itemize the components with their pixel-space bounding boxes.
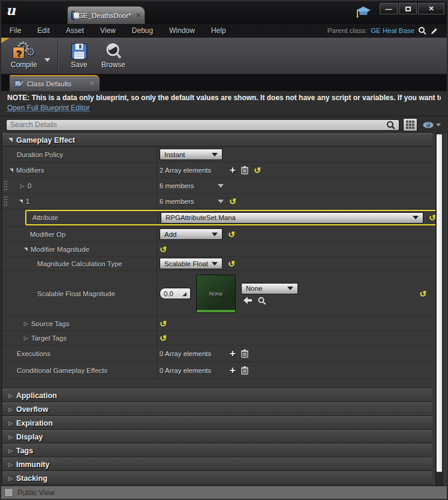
minimize-button[interactable]: — — [380, 3, 398, 14]
category-expiration[interactable]: ▷ Expiration — [2, 416, 432, 430]
blueprint-doc-icon — [71, 11, 75, 20]
menu-view[interactable]: View — [100, 26, 116, 35]
parent-class-search-icon[interactable] — [418, 26, 426, 35]
magnitude-calculation-type-dropdown[interactable]: Scalable Float — [160, 258, 223, 269]
element-0-members: 6 members — [160, 182, 212, 189]
browse-button[interactable]: Browse — [95, 40, 131, 71]
duration-policy-dropdown[interactable]: Instant — [160, 149, 223, 160]
maximize-button[interactable] — [399, 3, 417, 14]
curve-table-dropdown[interactable]: None — [241, 283, 298, 294]
save-button[interactable]: Save — [63, 40, 95, 71]
reset-to-default-icon[interactable]: ↺ — [228, 231, 235, 238]
add-element-icon[interactable]: + — [230, 350, 236, 358]
collapsed-arrow-icon: ▷ — [8, 420, 13, 426]
details-scrollbar[interactable] — [435, 133, 443, 486]
menu-bar: File Edit Asset View Debug Window Help P… — [1, 24, 447, 37]
menu-debug[interactable]: Debug — [132, 26, 153, 35]
reset-to-default-icon[interactable]: ↺ — [228, 260, 235, 267]
modifier-magnitude-label: Modifier Magnitude — [31, 246, 89, 253]
parent-class-wrench-icon[interactable] — [430, 26, 438, 35]
reset-to-default-icon[interactable]: ↺ — [160, 320, 167, 327]
menu-edit[interactable]: Edit — [37, 26, 50, 35]
parent-class-link[interactable]: GE Heal Base — [371, 27, 414, 34]
expanded-arrow-icon[interactable] — [24, 248, 28, 251]
toolbar-accent-wedge — [1, 38, 10, 43]
category-overflow[interactable]: ▷ Overflow — [2, 402, 432, 416]
row-scalable-float-magnitude: Scalable Float Magnitude 0.0 ◢ None None — [2, 271, 432, 317]
element-0-label: 0 — [28, 182, 31, 189]
element-1-label: 1 — [26, 198, 29, 205]
row-array-element-0: ▷ 0 6 members — [2, 178, 432, 194]
note-text: NOTE: This is a data only blueprint, so … — [7, 94, 441, 102]
category-tags[interactable]: ▷ Tags — [2, 444, 432, 457]
floppy-disk-icon — [69, 42, 89, 61]
category-display[interactable]: ▷ Display — [2, 430, 432, 444]
add-element-icon[interactable]: + — [230, 366, 236, 375]
expanded-arrow-icon[interactable] — [19, 200, 23, 203]
collapsed-arrow-icon: ▷ — [8, 448, 13, 454]
row-attribute-highlighted: Attribute RPGAttributeSet.Mana ↺ — [2, 209, 432, 227]
compile-button[interactable]: ⚙⚙ ? Compile — [5, 40, 43, 71]
scalable-float-value-input[interactable]: 0.0 ◢ — [160, 288, 191, 299]
duration-policy-label: Duration Policy — [17, 151, 63, 158]
reset-to-default-icon[interactable]: ↺ — [419, 290, 426, 297]
collapsed-arrow-icon[interactable]: ▷ — [20, 183, 25, 189]
asset-tab[interactable]: GE_DeathsDoor* ✕ — [67, 6, 145, 24]
class-defaults-tab[interactable]: Class Defaults ✕ — [10, 75, 100, 91]
menu-window[interactable]: Window — [169, 26, 195, 35]
curve-table-thumbnail[interactable]: None — [196, 275, 236, 313]
title-bar: u GE_DeathsDoor* ✕ — ✕ — [1, 1, 447, 24]
clear-array-trash-icon[interactable] — [241, 166, 248, 174]
class-defaults-tab-close-icon[interactable]: ✕ — [89, 80, 95, 88]
dropdown-caret-icon — [413, 216, 419, 219]
collapsed-arrow-icon[interactable]: ▷ — [24, 335, 28, 341]
category-application[interactable]: ▷ Application — [2, 388, 432, 402]
modifier-op-dropdown[interactable]: Add — [160, 228, 223, 240]
conditional-count: 0 Array elements — [160, 367, 224, 374]
drag-handle[interactable] — [4, 180, 8, 191]
row-executions: Executions 0 Array elements + — [2, 345, 432, 362]
expanded-arrow-icon[interactable] — [10, 168, 13, 172]
add-element-icon[interactable]: + — [230, 166, 236, 174]
members-caret-icon[interactable] — [218, 200, 224, 203]
open-full-blueprint-editor-link[interactable]: Open Full Blueprint Editor — [7, 104, 89, 112]
modifier-op-label: Modifier Op — [30, 231, 65, 238]
class-defaults-tab-label: Class Defaults — [27, 80, 86, 88]
view-options-button[interactable] — [421, 121, 442, 129]
attribute-dropdown[interactable]: RPGAttributeSet.Mana — [161, 212, 423, 224]
menu-file[interactable]: File — [10, 26, 21, 35]
reset-to-default-icon[interactable]: ↺ — [429, 214, 436, 221]
category-stacking[interactable]: ▷ Stacking — [2, 471, 432, 485]
unreal-blueprint-window: u GE_DeathsDoor* ✕ — ✕ File Edit Asset V… — [0, 0, 448, 500]
browse-to-asset-icon[interactable] — [258, 297, 266, 305]
category-immunity[interactable]: ▷ Immunity — [2, 457, 432, 471]
reset-to-default-icon[interactable]: ↺ — [229, 198, 236, 205]
menu-help[interactable]: Help — [211, 26, 226, 35]
details-scrollbar-thumb[interactable] — [437, 134, 442, 472]
close-button[interactable]: ✕ — [418, 3, 444, 14]
clear-array-trash-icon[interactable] — [241, 350, 248, 358]
clear-array-trash-icon[interactable] — [241, 366, 248, 375]
public-view-checkbox[interactable] — [4, 488, 13, 497]
search-details-box[interactable] — [6, 119, 399, 131]
reset-to-default-icon[interactable]: ↺ — [254, 167, 261, 174]
search-details-input[interactable] — [10, 121, 386, 129]
members-caret-icon[interactable] — [218, 184, 224, 188]
reset-to-default-icon[interactable]: ↺ — [160, 335, 167, 342]
reset-to-default-icon[interactable]: ↺ — [160, 246, 167, 253]
compile-options-caret-icon[interactable] — [44, 58, 50, 62]
modifiers-label: Modifiers — [16, 167, 44, 174]
asset-tab-close-icon[interactable]: ✕ — [136, 11, 141, 19]
collapsed-arrow-icon[interactable]: ▷ — [24, 321, 28, 327]
drag-handle[interactable] — [4, 196, 8, 207]
category-gameplay-effect[interactable]: Gameplay Effect — [2, 133, 432, 147]
tutorial-graduation-cap-icon[interactable] — [356, 5, 371, 19]
collapsed-arrow-icon: ▷ — [8, 393, 13, 399]
panel-tab-row: Class Defaults ✕ — [1, 74, 447, 91]
eye-icon — [422, 121, 434, 129]
use-selected-asset-arrow-icon[interactable] — [243, 297, 252, 304]
menu-asset[interactable]: Asset — [66, 26, 84, 35]
dropdown-caret-icon — [212, 153, 218, 156]
property-matrix-button[interactable] — [403, 118, 417, 131]
value-spinner-icon[interactable]: ◢ — [182, 291, 187, 297]
